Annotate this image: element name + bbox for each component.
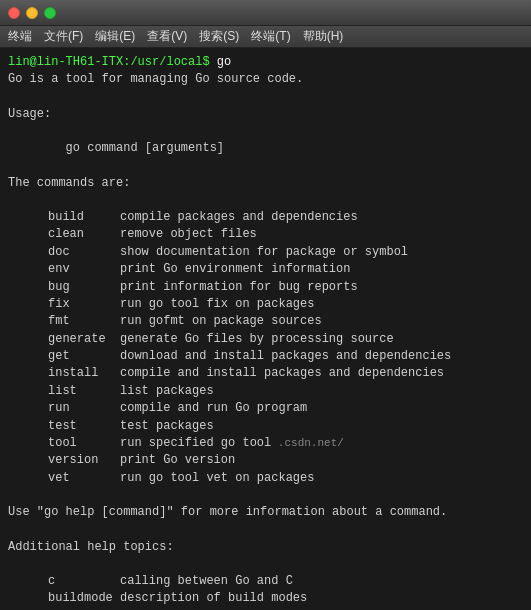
cmd-generate: generate generate Go files by processing… <box>8 331 523 348</box>
output-line-1: Go is a tool for managing Go source code… <box>8 71 523 88</box>
cmd-test: test test packages <box>8 418 523 435</box>
cmd-install: install compile and install packages and… <box>8 365 523 382</box>
cmd-tool: tool run specified go tool .csdn.net/ <box>8 435 523 452</box>
maximize-button[interactable] <box>44 7 56 19</box>
minimize-button[interactable] <box>26 7 38 19</box>
prompt-1-text: lin@lin-TH61-ITX:/usr/local$ <box>8 55 210 69</box>
prompt-line-1: lin@lin-TH61-ITX:/usr/local$ go <box>8 54 523 71</box>
additional-topics-header: Additional help topics: <box>8 539 523 556</box>
cmd-list: list list packages <box>8 383 523 400</box>
cmd-doc: doc show documentation for package or sy… <box>8 244 523 261</box>
menu-terminal2[interactable]: 终端(T) <box>251 28 290 45</box>
output-commands-header: The commands are: <box>8 175 523 192</box>
topic-buildmode: buildmode description of build modes <box>8 590 523 607</box>
cmd-vet: vet run go tool vet on packages <box>8 470 523 487</box>
cmd-1-text: go <box>210 55 232 69</box>
menu-bar: 终端 文件(F) 编辑(E) 查看(V) 搜索(S) 终端(T) 帮助(H) <box>0 26 531 48</box>
menu-view[interactable]: 查看(V) <box>147 28 187 45</box>
menu-edit[interactable]: 编辑(E) <box>95 28 135 45</box>
menu-search[interactable]: 搜索(S) <box>199 28 239 45</box>
cmd-env: env print Go environment information <box>8 261 523 278</box>
cmd-fix: fix run go tool fix on packages <box>8 296 523 313</box>
cmd-run: run compile and run Go program <box>8 400 523 417</box>
terminal-body: lin@lin-TH61-ITX:/usr/local$ go Go is a … <box>0 48 531 610</box>
cmd-build: build compile packages and dependencies <box>8 209 523 226</box>
title-bar <box>0 0 531 26</box>
cmd-bug: bug print information for bug reports <box>8 279 523 296</box>
cmd-version: version print Go version <box>8 452 523 469</box>
menu-file[interactable]: 文件(F) <box>44 28 83 45</box>
help-command-info: Use "go help [command]" for more informa… <box>8 504 523 521</box>
cmd-clean: clean remove object files <box>8 226 523 243</box>
window-controls <box>8 7 56 19</box>
close-button[interactable] <box>8 7 20 19</box>
output-usage: Usage: <box>8 106 523 123</box>
menu-help[interactable]: 帮助(H) <box>303 28 344 45</box>
cmd-fmt: fmt run gofmt on package sources <box>8 313 523 330</box>
menu-terminal[interactable]: 终端 <box>8 28 32 45</box>
cmd-get: get download and install packages and de… <box>8 348 523 365</box>
topic-c: c calling between Go and C <box>8 573 523 590</box>
output-usage-cmd: go command [arguments] <box>8 140 523 157</box>
